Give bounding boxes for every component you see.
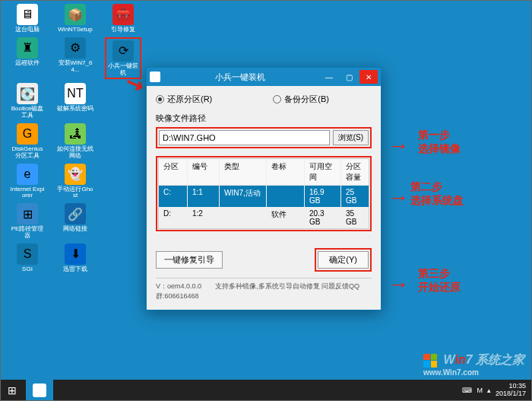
image-path-label: 映像文件路径 (156, 113, 372, 124)
desktop-icon-remote-software[interactable]: ♜远程软件 (9, 37, 46, 80)
tray-ime-icon[interactable]: M (477, 387, 483, 394)
remote-software-icon: ♜ (17, 37, 38, 59)
this-pc-icon: 🖥 (17, 4, 38, 25)
internet-explorer-icon: e (17, 164, 38, 185)
wifi-connect-icon: 🏞 (65, 123, 86, 145)
desktop-icon-thunder-download[interactable]: ⬇迅雷下载 (57, 243, 93, 273)
desktop-icon-pe-manager[interactable]: ⊞PE路径管理器 (9, 203, 46, 240)
confirm-button[interactable]: 确定(Y) (318, 251, 369, 269)
desktop: 🖥这台电脑📦WinNTSetup🧰引导修复♜远程软件⚙安装WIN7_64...⟳… (0, 0, 532, 401)
table-row[interactable]: D:1:2软件20.3 GB35 GB (159, 207, 369, 228)
footer-text: V：oem4.0.0.0 支持多种镜像,多系统引导自动修复 问题反馈QQ群:60… (156, 278, 372, 301)
desktop-icon-boot-repair[interactable]: 🧰引导修复 (105, 4, 141, 33)
winntsetup-icon: 📦 (65, 4, 86, 25)
desktop-icon-bootice[interactable]: 💽Bootice磁盘工具 (9, 83, 46, 119)
close-button[interactable]: ✕ (359, 70, 378, 84)
xiaobing-installer-icon: ⟳ (112, 40, 134, 62)
partition-table: 分区 编号 类型 卷标 可用空间 分区容量 C:1:1WIN7,活动16.9 G… (158, 158, 369, 229)
pe-manager-icon: ⊞ (17, 203, 38, 224)
install-icon: ⚙ (65, 37, 86, 59)
radio-checked-icon (156, 95, 164, 103)
restore-partition-radio[interactable]: 还原分区(R) (156, 94, 212, 105)
tray-clock[interactable]: 10:35 2018/1/17 (496, 383, 526, 398)
manual-ghost-icon: 👻 (65, 164, 86, 185)
tray-keyboard-icon[interactable]: ⌨ (462, 387, 472, 394)
desktop-icon-install[interactable]: ⚙安装WIN7_64... (57, 37, 93, 80)
image-path-input[interactable] (159, 130, 330, 145)
radio-unchecked-icon (273, 95, 281, 103)
arrow-step3: → (388, 272, 409, 297)
annotation-step2: 第二步 选择系统盘 (410, 180, 464, 207)
system-tray: ⌨ M ▴ 10:35 2018/1/17 (462, 383, 532, 398)
watermark-site: Win7 系统之家 www.Win7.com (423, 352, 524, 377)
desktop-icon-winntsetup[interactable]: 📦WinNTSetup (57, 4, 93, 33)
arrow-step1: → (388, 134, 409, 158)
taskbar-app-installer[interactable] (26, 380, 53, 401)
desktop-icon-diskgenius[interactable]: GDiskGenius分区工具 (9, 123, 46, 160)
installer-window: 小兵一键装机 — ▢ ✕ 还原分区(R) 备份分区(B) 映像文件路径 (146, 67, 382, 310)
desktop-icon-sgi[interactable]: SSGI (9, 243, 46, 273)
tray-chevron-icon[interactable]: ▴ (487, 387, 491, 394)
repair-boot-button[interactable]: 一键修复引导 (156, 251, 223, 269)
app-icon (150, 72, 160, 82)
minimize-button[interactable]: — (320, 70, 338, 84)
diskgenius-icon: G (17, 123, 38, 145)
arrow-step2: → (388, 186, 409, 210)
annotation-step1: 第一步 选择镜像 (418, 128, 461, 155)
bootice-icon: 💽 (17, 83, 38, 104)
window-title: 小兵一键装机 (160, 72, 320, 83)
titlebar[interactable]: 小兵一键装机 — ▢ ✕ (147, 68, 381, 86)
taskbar: ⊞ ⌨ M ▴ 10:35 2018/1/17 (0, 380, 532, 401)
image-path-highlight: 浏览(S) (156, 127, 372, 148)
table-row[interactable]: C:1:1WIN7,活动16.9 GB25 GB (159, 186, 369, 207)
boot-repair-icon: 🧰 (112, 4, 134, 25)
desktop-icon-wifi-connect[interactable]: 🏞如何连接无线网络 (57, 123, 93, 160)
desktop-icon-grid: 🖥这台电脑📦WinNTSetup🧰引导修复♜远程软件⚙安装WIN7_64...⟳… (9, 4, 141, 273)
sgi-icon: S (17, 243, 38, 265)
browse-button[interactable]: 浏览(S) (333, 130, 369, 145)
thunder-download-icon: ⬇ (65, 243, 86, 265)
desktop-icon-network-link[interactable]: 🔗网络链接 (57, 203, 93, 240)
crack-password-icon: NT (65, 83, 86, 104)
start-button[interactable]: ⊞ (0, 380, 24, 401)
annotation-step3: 第三步 开始还原 (418, 266, 461, 294)
backup-partition-radio[interactable]: 备份分区(B) (273, 94, 329, 105)
network-link-icon: 🔗 (65, 203, 86, 224)
confirm-highlight: 确定(Y) (315, 248, 372, 272)
partition-table-highlight: 分区 编号 类型 卷标 可用空间 分区容量 C:1:1WIN7,活动16.9 G… (156, 156, 372, 231)
desktop-icon-internet-explorer[interactable]: eInternet Explorer (9, 164, 46, 200)
desktop-icon-manual-ghost[interactable]: 👻手动运行Ghost (57, 164, 93, 200)
maximize-button[interactable]: ▢ (340, 70, 358, 84)
desktop-icon-crack-password[interactable]: NT破解系统密码 (57, 83, 93, 119)
table-header: 分区 编号 类型 卷标 可用空间 分区容量 (159, 159, 369, 186)
desktop-icon-this-pc[interactable]: 🖥这台电脑 (9, 4, 46, 33)
